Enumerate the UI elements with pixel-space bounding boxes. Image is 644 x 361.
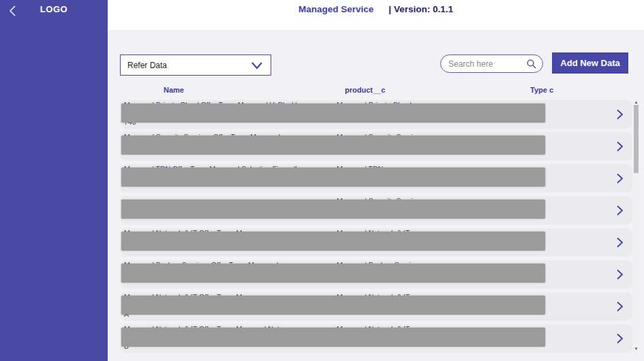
table-row[interactable]: Managed Network & IT Offer Type: Ma Mana… [120, 228, 632, 257]
redaction-bar [121, 232, 545, 251]
main-content: Refer Data Add New Data Name product__c … [108, 30, 644, 361]
chevron-right-icon[interactable] [615, 205, 624, 217]
redaction-bar [121, 328, 545, 347]
table-header: Name product__c Type c [120, 86, 632, 97]
redaction-bar [121, 264, 545, 283]
vertical-scrollbar[interactable]: ▲ ▼ [633, 99, 639, 351]
column-header-type: Type c [530, 86, 553, 94]
table-row[interactable]: Managed Private Cloud Offer Type: Manage… [120, 100, 632, 129]
add-new-data-button[interactable]: Add New Data [552, 52, 628, 74]
column-header-name: Name [164, 86, 184, 94]
sidebar: LOGO [0, 0, 108, 361]
chevron-right-icon[interactable] [615, 269, 624, 281]
scrollbar-up-icon[interactable]: ▲ [633, 99, 639, 105]
scrollbar-thumb[interactable] [634, 105, 639, 173]
table-row[interactable]: Managed Backup Services Offer Type: Mana… [120, 260, 632, 289]
refer-data-dropdown[interactable]: Refer Data [120, 54, 271, 76]
redaction-bar [121, 136, 545, 155]
search-icon[interactable] [526, 59, 537, 69]
chevron-right-icon[interactable] [615, 237, 624, 249]
scrollbar-track[interactable] [633, 105, 639, 346]
redaction-bar [121, 104, 545, 123]
table-row[interactable]: Managed TDN Offer Type: Managed Selectiv… [120, 164, 632, 193]
version-label: | Version: 0.1.1 [388, 4, 453, 14]
scrollbar-down-icon[interactable]: ▼ [633, 346, 639, 351]
search-box [440, 54, 543, 73]
chevron-right-icon[interactable] [615, 333, 624, 345]
search-input[interactable] [448, 59, 526, 69]
table-row[interactable]: Managed Security Services [120, 196, 632, 225]
column-header-product: product__c [345, 86, 385, 94]
redaction-bar [121, 168, 545, 187]
table-row[interactable]: Managed Security Services Offer Type: Ma… [120, 132, 632, 161]
redaction-bar [121, 296, 545, 315]
page-title: Managed Service [298, 4, 373, 14]
table-row[interactable]: Managed Network & IT Offer Type: Managed… [120, 324, 632, 353]
top-bar: Managed Service | Version: 0.1.1 [108, 0, 644, 30]
logo: LOGO [0, 4, 108, 14]
chevron-down-icon [250, 61, 264, 70]
chevron-right-icon[interactable] [615, 141, 624, 153]
chevron-right-icon[interactable] [615, 109, 624, 121]
table-body: Managed Private Cloud Offer Type: Manage… [120, 100, 632, 356]
chevron-right-icon[interactable] [615, 301, 624, 313]
chevron-right-icon[interactable] [615, 173, 624, 185]
dropdown-selected-value: Refer Data [127, 61, 250, 70]
table-row[interactable]: Managed Network & IT Offer Type: M Manag… [120, 292, 632, 321]
redaction-bar [121, 200, 545, 219]
